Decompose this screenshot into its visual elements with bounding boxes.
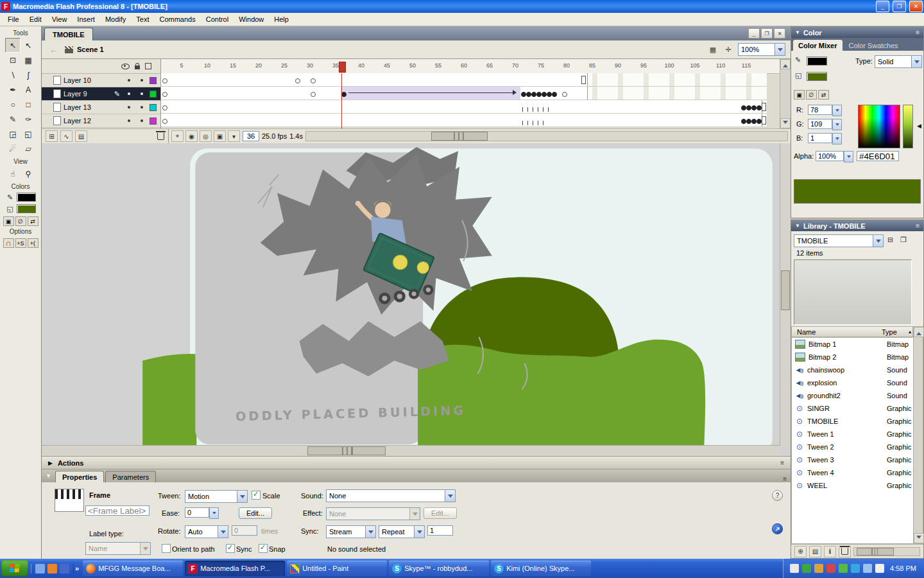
color-panel-header[interactable]: ▼ Color ≡ (791, 27, 923, 38)
subselection-tool[interactable]: ↖ (21, 38, 36, 53)
gradient-transform-tool[interactable]: ▦ (21, 53, 36, 67)
menu-file[interactable]: File (3, 14, 24, 24)
library-column-headers[interactable]: Name Type ▴ (791, 326, 913, 337)
minimize-button[interactable]: _ (876, 1, 889, 12)
library-item-bitmap-2[interactable]: Bitmap 2Bitmap (792, 351, 914, 363)
scroll-up-arrow[interactable] (780, 59, 791, 69)
library-item-tween-3[interactable]: ⊙Tween 3Graphic (792, 453, 914, 466)
ease-slider-arrow[interactable] (209, 507, 219, 519)
library-item-groundhit2[interactable]: ◀groundhit2Sound (792, 389, 914, 402)
color-collapse-icon[interactable]: ▼ (795, 30, 800, 35)
insert-layer-folder-button[interactable]: ▤ (75, 130, 87, 142)
menu-modify[interactable]: Modify (100, 14, 131, 24)
actions-collapse-arrow-icon[interactable]: ▶ (48, 460, 53, 466)
document-tab-tmobile[interactable]: TMOBILE (44, 28, 93, 40)
effect-select[interactable]: None (326, 507, 420, 520)
hex-color-input[interactable] (857, 151, 899, 161)
help-button[interactable]: ? (772, 490, 783, 501)
actions-panel-bar[interactable]: ▶ Actions ≡ (42, 457, 791, 469)
library-item-bitmap-1[interactable]: Bitmap 1Bitmap (792, 338, 914, 351)
sync-checkbox[interactable] (226, 544, 235, 553)
insert-layer-button[interactable]: ⊞ (46, 130, 58, 142)
library-horizontal-scrollbar[interactable] (853, 547, 920, 556)
mixer-no-color-button[interactable]: ∅ (806, 90, 817, 100)
panel-resize-arrow-icon[interactable]: ◀ (917, 123, 921, 129)
tray-antivirus-icon[interactable] (802, 564, 811, 573)
taskbar-button-firefox[interactable]: MFGG Message Boa... (83, 561, 183, 576)
effect-edit-button[interactable]: Edit... (424, 507, 457, 519)
mixer-default-colors-button[interactable]: ▣ (794, 90, 805, 100)
delete-item-button[interactable] (839, 546, 851, 557)
timeline-scroll-handle[interactable] (431, 132, 488, 141)
new-library-window-icon[interactable]: ❐ (900, 236, 907, 244)
library-scroll-handle[interactable] (857, 548, 894, 556)
library-scroll-up-arrow[interactable] (914, 327, 924, 337)
green-value[interactable]: 109 (808, 119, 832, 129)
tray-skype-icon[interactable] (851, 564, 860, 573)
properties-collapse-icon[interactable]: ▼ (46, 473, 51, 479)
sound-sync-select[interactable]: Stream (326, 525, 376, 538)
center-frame-button[interactable]: ⌖ (171, 130, 184, 142)
add-motion-guide-button[interactable]: ∿ (60, 130, 73, 142)
oval-tool[interactable]: ○ (5, 97, 21, 112)
layer-lock-dot[interactable] (141, 92, 143, 95)
taskbar-clock[interactable]: 4:58 PM (887, 565, 919, 572)
library-item-explosion[interactable]: ◀explosionSound (792, 376, 914, 389)
frame-label-input[interactable] (85, 505, 150, 516)
scale-checkbox[interactable] (252, 491, 261, 500)
brush-tool[interactable]: ✑ (21, 112, 36, 127)
library-item-chainswoop[interactable]: ◀chainswoopSound (792, 363, 914, 376)
layer-visibility-dot[interactable] (128, 79, 130, 82)
tab-properties[interactable]: Properties (55, 471, 104, 482)
layer-lock-dot[interactable] (141, 106, 143, 109)
frame-rate-indicator[interactable]: 25.0 fps (262, 132, 287, 140)
expand-properties-button[interactable]: ➔ (769, 521, 785, 536)
new-folder-button[interactable]: ▤ (809, 546, 821, 557)
column-header-name[interactable]: Name (792, 328, 882, 336)
frames-region[interactable]: 5101520253035404550556065707580859095100… (161, 59, 780, 128)
sound-select[interactable]: None (326, 489, 456, 502)
layer-visibility-dot[interactable] (128, 119, 130, 122)
show-desktop-icon[interactable] (35, 564, 45, 574)
modify-onion-markers-button[interactable]: ▾ (228, 130, 240, 142)
snap-checkbox[interactable] (259, 544, 268, 553)
free-transform-tool[interactable]: ⊡ (5, 53, 21, 67)
green-slider-arrow[interactable] (832, 119, 842, 130)
frames-row-layer-10[interactable] (161, 73, 767, 87)
eyedropper-tool[interactable]: ☄ (5, 141, 21, 156)
lasso-tool[interactable]: ʃ (21, 67, 36, 82)
tween-select[interactable]: Motion (185, 490, 248, 503)
tray-update-icon[interactable] (826, 564, 835, 573)
stroke-color-control[interactable]: ✎ (6, 193, 36, 202)
alpha-value[interactable]: 100% (816, 151, 844, 161)
library-item-weel[interactable]: ⊙WEELGraphic (792, 479, 914, 492)
selection-tool[interactable]: ↖ (5, 38, 21, 53)
menu-view[interactable]: View (47, 14, 73, 24)
text-tool[interactable]: A (21, 82, 36, 97)
actions-options-menu-icon[interactable]: ≡ (780, 459, 784, 466)
layer-visibility-dot[interactable] (128, 106, 130, 109)
repeat-select[interactable]: Repeat (379, 525, 425, 538)
ease-edit-button[interactable]: Edit... (239, 507, 272, 519)
close-button[interactable]: ✕ (909, 1, 923, 12)
menu-insert[interactable]: Insert (72, 14, 100, 24)
color-picker-field[interactable] (858, 105, 900, 148)
timeline-ruler[interactable]: 5101520253035404550556065707580859095100… (161, 59, 780, 74)
color-type-select[interactable]: Solid (875, 55, 922, 68)
layer-row-layer-12[interactable]: Layer 12 (42, 114, 160, 128)
swap-colors-button[interactable]: ⇄ (28, 216, 38, 226)
color-options-menu-icon[interactable]: ≡ (916, 29, 920, 36)
layer-row-layer-9[interactable]: Layer 9✎ (42, 87, 160, 101)
taskbar-button-flash[interactable]: Macromedia Flash P... (185, 561, 285, 576)
stage-vertical-scrollbar[interactable] (780, 143, 791, 446)
smooth-button[interactable]: +S (15, 238, 26, 248)
menu-help[interactable]: Help (269, 14, 294, 24)
layer-row-layer-10[interactable]: Layer 10 (42, 74, 160, 87)
new-symbol-button[interactable]: ⊕ (794, 546, 807, 557)
edit-multiple-frames-button[interactable]: ▣ (214, 130, 226, 142)
brightness-slider[interactable] (903, 105, 913, 148)
blue-value[interactable]: 1 (808, 133, 832, 143)
line-tool[interactable]: ∖ (5, 67, 21, 82)
layer-visibility-dot[interactable] (128, 92, 130, 95)
rotate-select[interactable]: Auto (185, 525, 228, 538)
